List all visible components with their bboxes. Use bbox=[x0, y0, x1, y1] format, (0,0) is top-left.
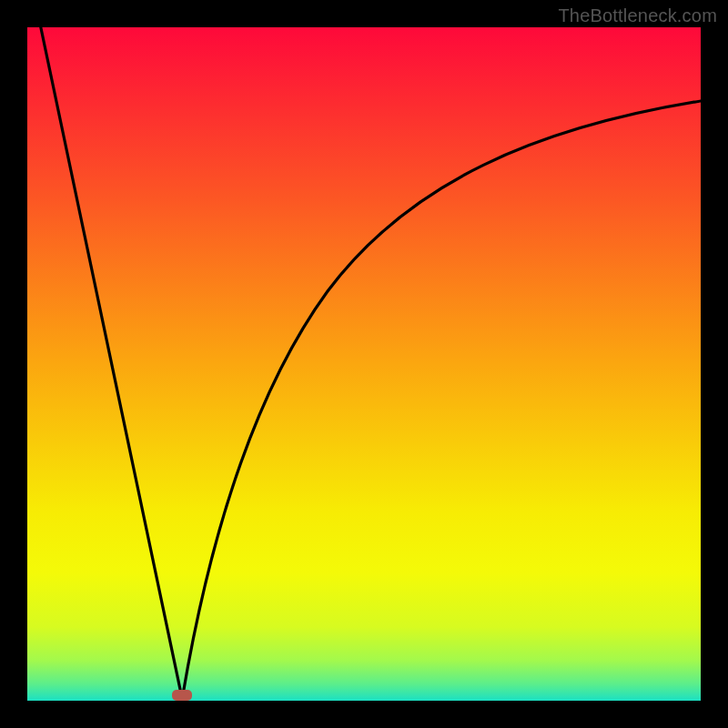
minimum-marker bbox=[172, 690, 192, 701]
watermark-text: TheBottleneck.com bbox=[558, 5, 717, 26]
gradient-background bbox=[27, 27, 701, 701]
chart-svg bbox=[27, 27, 701, 701]
plot-area bbox=[27, 27, 701, 701]
chart-frame: TheBottleneck.com bbox=[0, 0, 728, 728]
